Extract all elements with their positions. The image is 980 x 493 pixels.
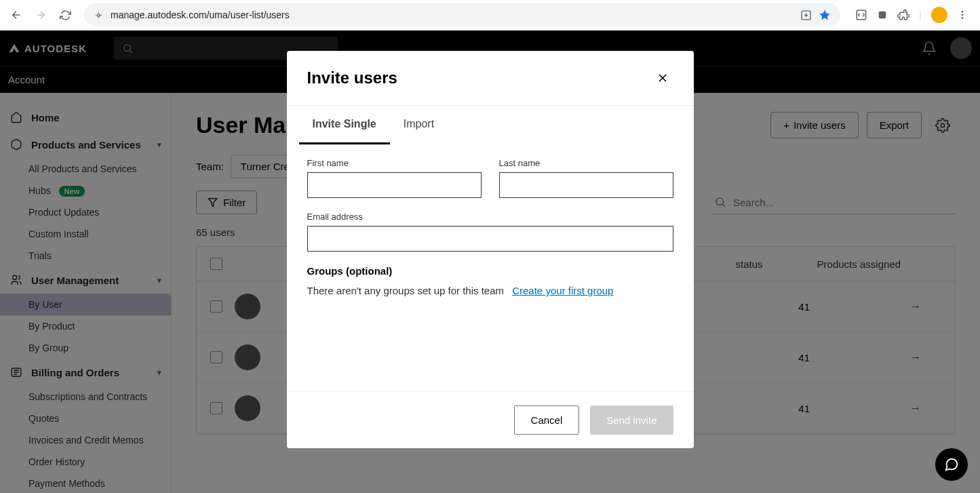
modal-overlay[interactable]: Invite users Invite Single Import First …: [0, 31, 980, 493]
chat-icon: [944, 457, 959, 472]
tab-import[interactable]: Import: [390, 106, 448, 144]
svg-point-4: [962, 11, 964, 13]
site-info-icon[interactable]: [94, 10, 104, 20]
svg-point-5: [962, 14, 964, 16]
invite-modal: Invite users Invite Single Import First …: [287, 51, 694, 448]
close-button[interactable]: [652, 67, 673, 89]
first-name-label: First name: [307, 158, 482, 168]
extensions-area: |: [850, 7, 973, 23]
forward-button[interactable]: [31, 5, 50, 24]
last-name-label: Last name: [499, 158, 673, 168]
devtools-icon[interactable]: [855, 9, 867, 21]
groups-title: Groups (optional): [307, 265, 673, 277]
tab-invite-single[interactable]: Invite Single: [299, 106, 390, 144]
back-button[interactable]: [7, 5, 26, 24]
chrome-profile-icon[interactable]: [931, 7, 947, 23]
send-invite-button[interactable]: Send invite: [590, 406, 673, 435]
email-input[interactable]: [307, 226, 673, 252]
svg-point-6: [962, 17, 964, 19]
modal-tabs: Invite Single Import: [287, 105, 694, 144]
cancel-button[interactable]: Cancel: [514, 406, 580, 435]
reload-button[interactable]: [56, 5, 75, 24]
last-name-input[interactable]: [499, 172, 673, 198]
email-label: Email address: [307, 212, 673, 222]
extensions-icon[interactable]: [897, 9, 909, 21]
extension-icon[interactable]: [877, 9, 888, 20]
browser-bar: manage.autodesk.com/uma/user-list/users …: [0, 0, 980, 31]
svg-rect-3: [879, 12, 886, 19]
modal-body: First name Last name Email address Group…: [287, 144, 694, 391]
bookmark-star-icon[interactable]: [819, 9, 831, 21]
close-icon: [656, 71, 669, 85]
url-bar[interactable]: manage.autodesk.com/uma/user-list/users: [84, 3, 840, 26]
groups-message: There aren't any groups set up for this …: [307, 285, 505, 296]
groups-text: There aren't any groups set up for this …: [307, 285, 673, 296]
first-name-input[interactable]: [307, 172, 482, 198]
chat-button[interactable]: [935, 448, 968, 481]
svg-point-0: [98, 14, 100, 16]
create-group-link[interactable]: Create your first group: [512, 285, 613, 296]
url-text: manage.autodesk.com/uma/user-list/users: [111, 9, 290, 20]
chrome-menu-icon[interactable]: [957, 9, 968, 20]
modal-footer: Cancel Send invite: [287, 391, 694, 448]
install-icon[interactable]: [800, 9, 812, 21]
modal-title: Invite users: [307, 68, 397, 87]
